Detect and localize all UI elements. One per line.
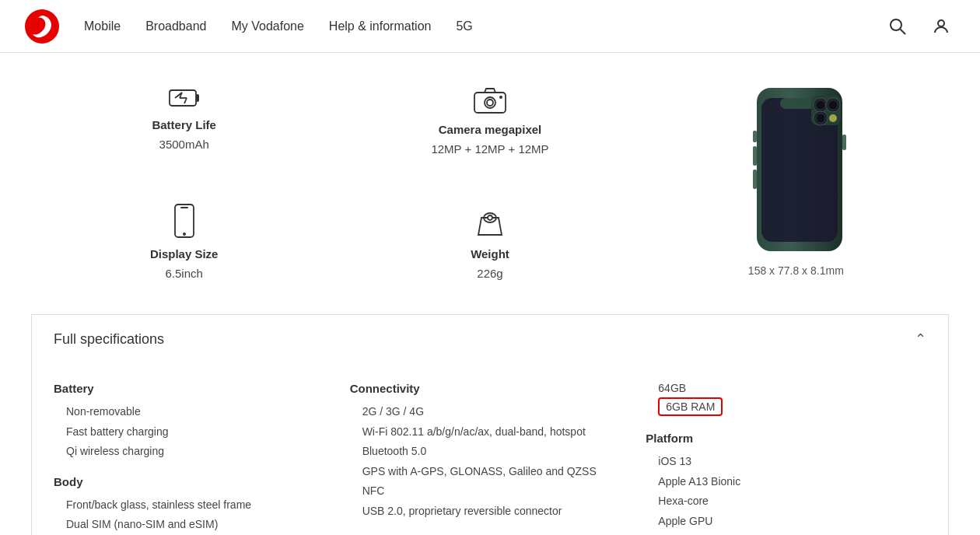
weight-label: Weight bbox=[471, 247, 509, 261]
phone-dimensions: 158 x 77.8 x 8.1mm bbox=[748, 264, 844, 277]
platform-section-title: Platform bbox=[646, 432, 926, 445]
spec-camera: Camera megapixel 12MP + 12MP + 12MP bbox=[337, 68, 642, 174]
svg-point-3 bbox=[938, 20, 944, 26]
platform-list: iOS 13 Apple A13 Bionic Hexa-core Apple … bbox=[646, 454, 926, 529]
center-specs: Camera megapixel 12MP + 12MP + 12MP Weig… bbox=[337, 68, 642, 299]
svg-rect-13 bbox=[474, 93, 506, 113]
list-item: GPS with A-GPS, GLONASS, Galileo and QZS… bbox=[362, 464, 631, 480]
full-specs-title: Full specifications bbox=[54, 331, 164, 348]
connectivity-list: 2G / 3G / 4G Wi-Fi 802.11 a/b/g/n/ac/ax,… bbox=[350, 404, 631, 519]
svg-rect-31 bbox=[753, 131, 757, 142]
chevron-up-icon: ⌃ bbox=[915, 330, 926, 348]
connectivity-section-title: Connectivity bbox=[350, 382, 631, 395]
svg-rect-5 bbox=[196, 94, 199, 102]
main-content: Battery Life 3500mAh Display Size 6.5inc… bbox=[0, 53, 980, 535]
battery-value: 3500mAh bbox=[159, 138, 209, 151]
battery-icon bbox=[169, 87, 200, 109]
list-item: 2G / 3G / 4G bbox=[362, 404, 631, 420]
list-item: Front/back glass, stainless steel frame bbox=[66, 498, 334, 513]
svg-line-9 bbox=[184, 98, 187, 103]
phone-image-area: 158 x 77.8 x 8.1mm bbox=[643, 68, 949, 292]
nav-link-mobile[interactable]: Mobile bbox=[84, 16, 121, 37]
nav-link-my-vodafone[interactable]: My Vodafone bbox=[231, 16, 303, 37]
nav-icons bbox=[884, 12, 955, 40]
list-item: Wi-Fi 802.11 a/b/g/n/ac/ax, dual-band, h… bbox=[362, 425, 631, 440]
svg-rect-34 bbox=[761, 98, 838, 242]
svg-point-15 bbox=[487, 100, 493, 106]
list-item: Fast battery charging bbox=[66, 425, 334, 440]
account-icon bbox=[932, 17, 950, 36]
display-icon bbox=[173, 204, 195, 238]
camera-value: 12MP + 12MP + 12MP bbox=[431, 142, 548, 156]
specs-col-storage-platform: 64GB 6GB RAM Platform iOS 13 Apple A13 B… bbox=[646, 382, 926, 535]
svg-rect-30 bbox=[842, 135, 846, 150]
nav-link-help[interactable]: Help & information bbox=[329, 16, 432, 37]
list-item: Qi wireless charging bbox=[66, 444, 334, 460]
battery-list: Non-removable Fast battery charging Qi w… bbox=[54, 404, 334, 460]
list-item: Bluetooth 5.0 bbox=[362, 444, 631, 460]
camera-icon bbox=[474, 87, 506, 114]
list-item: USB 2.0, proprietary reversible connecto… bbox=[362, 504, 631, 519]
battery-label: Battery Life bbox=[152, 118, 216, 131]
list-item: Apple GPU bbox=[658, 514, 926, 530]
list-item: Non-removable bbox=[66, 404, 334, 420]
list-item: Dual SIM (nano-SIM and eSIM) bbox=[66, 517, 334, 533]
left-specs: Battery Life 3500mAh Display Size 6.5inc… bbox=[31, 68, 337, 299]
nav-link-broadband[interactable]: Broadband bbox=[145, 16, 206, 37]
phone-product-image bbox=[733, 84, 858, 255]
search-icon bbox=[888, 17, 907, 36]
svg-point-1 bbox=[891, 19, 901, 30]
svg-point-18 bbox=[488, 215, 492, 220]
svg-point-16 bbox=[499, 96, 502, 99]
body-section-title: Body bbox=[54, 475, 334, 488]
list-item: Hexa-core bbox=[658, 494, 926, 509]
weight-icon bbox=[475, 208, 505, 238]
nav-link-5g[interactable]: 5G bbox=[456, 16, 472, 37]
svg-line-2 bbox=[901, 29, 906, 34]
specs-col-battery-body: Battery Non-removable Fast battery charg… bbox=[54, 382, 334, 535]
camera-label: Camera megapixel bbox=[439, 123, 542, 136]
storage-highlighted-badge: 6GB RAM bbox=[658, 397, 723, 416]
display-value: 6.5inch bbox=[165, 267, 202, 280]
full-specs-body: Battery Non-removable Fast battery charg… bbox=[32, 363, 948, 535]
navigation: Mobile Broadband My Vodafone Help & info… bbox=[0, 0, 980, 53]
vodafone-logo[interactable] bbox=[25, 9, 59, 44]
spec-weight: Weight 226g bbox=[337, 190, 642, 299]
list-item: iOS 13 bbox=[658, 454, 926, 470]
battery-section-title: Battery bbox=[54, 382, 334, 395]
storage-above-text: 64GB bbox=[658, 382, 926, 394]
full-specs-section: Full specifications ⌃ Battery Non-remova… bbox=[31, 314, 949, 535]
svg-rect-10 bbox=[175, 205, 194, 237]
body-list: Front/back glass, stainless steel frame … bbox=[54, 498, 334, 533]
weight-value: 226g bbox=[477, 267, 502, 280]
specs-col-connectivity: Connectivity 2G / 3G / 4G Wi-Fi 802.11 a… bbox=[350, 382, 631, 535]
account-button[interactable] bbox=[927, 12, 955, 40]
nav-links: Mobile Broadband My Vodafone Help & info… bbox=[84, 16, 884, 37]
full-specs-toggle[interactable]: Full specifications ⌃ bbox=[32, 315, 948, 363]
list-item: NFC bbox=[362, 484, 631, 499]
svg-point-0 bbox=[25, 9, 59, 44]
svg-rect-32 bbox=[753, 146, 757, 166]
svg-point-12 bbox=[183, 233, 186, 236]
display-label: Display Size bbox=[150, 247, 219, 261]
list-item: Apple A13 Bionic bbox=[658, 474, 926, 490]
spec-battery: Battery Life 3500mAh bbox=[31, 68, 337, 170]
search-button[interactable] bbox=[884, 12, 912, 40]
spec-display: Display Size 6.5inch bbox=[31, 185, 337, 299]
svg-rect-33 bbox=[753, 170, 757, 189]
